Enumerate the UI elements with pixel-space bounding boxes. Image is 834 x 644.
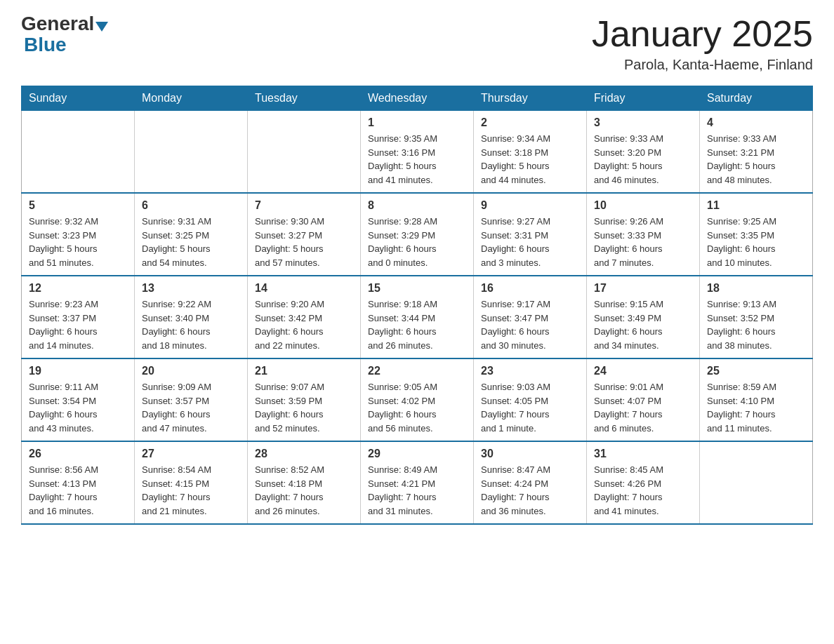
month-title: January 2025 — [592, 14, 813, 54]
calendar-cell: 31Sunrise: 8:45 AMSunset: 4:26 PMDayligh… — [587, 441, 700, 524]
day-info: Sunrise: 8:56 AMSunset: 4:13 PMDaylight:… — [29, 463, 127, 518]
day-info: Sunrise: 9:33 AMSunset: 3:20 PMDaylight:… — [594, 132, 692, 187]
week-row-5: 26Sunrise: 8:56 AMSunset: 4:13 PMDayligh… — [22, 441, 813, 524]
day-number: 7 — [255, 199, 353, 212]
day-info: Sunrise: 9:31 AMSunset: 3:25 PMDaylight:… — [142, 215, 240, 269]
week-row-2: 5Sunrise: 9:32 AMSunset: 3:23 PMDaylight… — [22, 193, 813, 276]
day-number: 11 — [707, 199, 805, 212]
day-number: 20 — [142, 365, 240, 377]
day-info: Sunrise: 8:59 AMSunset: 4:10 PMDaylight:… — [707, 380, 805, 435]
day-info: Sunrise: 8:49 AMSunset: 4:21 PMDaylight:… — [368, 463, 466, 518]
calendar-cell: 20Sunrise: 9:09 AMSunset: 3:57 PMDayligh… — [135, 358, 248, 441]
day-info: Sunrise: 9:07 AMSunset: 3:59 PMDaylight:… — [255, 380, 353, 435]
calendar-cell: 28Sunrise: 8:52 AMSunset: 4:18 PMDayligh… — [248, 441, 361, 524]
day-number: 5 — [29, 199, 127, 212]
calendar-cell — [22, 111, 135, 194]
calendar-cell: 24Sunrise: 9:01 AMSunset: 4:07 PMDayligh… — [587, 358, 700, 441]
day-info: Sunrise: 9:23 AMSunset: 3:37 PMDaylight:… — [29, 297, 127, 352]
calendar-cell — [700, 441, 813, 524]
weekday-header-monday: Monday — [135, 86, 248, 111]
day-info: Sunrise: 9:32 AMSunset: 3:23 PMDaylight:… — [29, 215, 127, 269]
weekday-header-row: SundayMondayTuesdayWednesdayThursdayFrid… — [22, 86, 813, 111]
day-number: 2 — [481, 116, 579, 129]
day-number: 24 — [594, 365, 692, 377]
day-number: 22 — [368, 365, 466, 377]
logo: General Blue — [21, 14, 110, 56]
calendar-cell: 6Sunrise: 9:31 AMSunset: 3:25 PMDaylight… — [135, 193, 248, 276]
day-info: Sunrise: 9:13 AMSunset: 3:52 PMDaylight:… — [707, 297, 805, 352]
day-number: 17 — [594, 282, 692, 295]
calendar-cell — [135, 111, 248, 194]
calendar-cell: 3Sunrise: 9:33 AMSunset: 3:20 PMDaylight… — [587, 111, 700, 194]
day-info: Sunrise: 9:17 AMSunset: 3:47 PMDaylight:… — [481, 297, 579, 352]
weekday-header-sunday: Sunday — [22, 86, 135, 111]
day-number: 1 — [368, 116, 466, 129]
day-number: 14 — [255, 282, 353, 295]
day-info: Sunrise: 9:03 AMSunset: 4:05 PMDaylight:… — [481, 380, 579, 435]
day-info: Sunrise: 9:09 AMSunset: 3:57 PMDaylight:… — [142, 380, 240, 435]
day-info: Sunrise: 9:05 AMSunset: 4:02 PMDaylight:… — [368, 380, 466, 435]
calendar-cell — [248, 111, 361, 194]
day-number: 4 — [707, 116, 805, 129]
calendar-cell: 29Sunrise: 8:49 AMSunset: 4:21 PMDayligh… — [361, 441, 474, 524]
weekday-header-tuesday: Tuesday — [248, 86, 361, 111]
calendar-cell: 15Sunrise: 9:18 AMSunset: 3:44 PMDayligh… — [361, 276, 474, 358]
day-info: Sunrise: 9:33 AMSunset: 3:21 PMDaylight:… — [707, 132, 805, 187]
week-row-1: 1Sunrise: 9:35 AMSunset: 3:16 PMDaylight… — [22, 111, 813, 194]
day-number: 6 — [142, 199, 240, 212]
day-info: Sunrise: 9:11 AMSunset: 3:54 PMDaylight:… — [29, 380, 127, 435]
weekday-header-wednesday: Wednesday — [361, 86, 474, 111]
day-number: 30 — [481, 448, 579, 460]
day-number: 31 — [594, 448, 692, 460]
day-number: 8 — [368, 199, 466, 212]
day-number: 18 — [707, 282, 805, 295]
day-info: Sunrise: 9:30 AMSunset: 3:27 PMDaylight:… — [255, 215, 353, 269]
calendar-cell: 13Sunrise: 9:22 AMSunset: 3:40 PMDayligh… — [135, 276, 248, 358]
day-info: Sunrise: 8:45 AMSunset: 4:26 PMDaylight:… — [594, 463, 692, 518]
day-info: Sunrise: 8:52 AMSunset: 4:18 PMDaylight:… — [255, 463, 353, 518]
calendar-cell: 14Sunrise: 9:20 AMSunset: 3:42 PMDayligh… — [248, 276, 361, 358]
calendar-cell: 10Sunrise: 9:26 AMSunset: 3:33 PMDayligh… — [587, 193, 700, 276]
day-number: 12 — [29, 282, 127, 295]
weekday-header-friday: Friday — [587, 86, 700, 111]
day-number: 28 — [255, 448, 353, 460]
day-number: 27 — [142, 448, 240, 460]
calendar-cell: 21Sunrise: 9:07 AMSunset: 3:59 PMDayligh… — [248, 358, 361, 441]
day-number: 9 — [481, 199, 579, 212]
calendar-cell: 26Sunrise: 8:56 AMSunset: 4:13 PMDayligh… — [22, 441, 135, 524]
calendar-cell: 30Sunrise: 8:47 AMSunset: 4:24 PMDayligh… — [474, 441, 587, 524]
day-number: 13 — [142, 282, 240, 295]
calendar-cell: 4Sunrise: 9:33 AMSunset: 3:21 PMDaylight… — [700, 111, 813, 194]
header: General Blue January 2025 Parola, Kanta-… — [21, 14, 813, 73]
day-info: Sunrise: 9:22 AMSunset: 3:40 PMDaylight:… — [142, 297, 240, 352]
day-info: Sunrise: 9:15 AMSunset: 3:49 PMDaylight:… — [594, 297, 692, 352]
week-row-4: 19Sunrise: 9:11 AMSunset: 3:54 PMDayligh… — [22, 358, 813, 441]
calendar-cell: 1Sunrise: 9:35 AMSunset: 3:16 PMDaylight… — [361, 111, 474, 194]
logo-blue-text: Blue — [24, 34, 67, 55]
calendar-cell: 7Sunrise: 9:30 AMSunset: 3:27 PMDaylight… — [248, 193, 361, 276]
title-section: January 2025 Parola, Kanta-Haeme, Finlan… — [592, 14, 813, 73]
location: Parola, Kanta-Haeme, Finland — [592, 57, 813, 73]
logo-triangle-icon — [95, 22, 108, 32]
day-number: 26 — [29, 448, 127, 460]
day-number: 15 — [368, 282, 466, 295]
logo-general-text: General — [21, 14, 94, 34]
calendar-cell: 12Sunrise: 9:23 AMSunset: 3:37 PMDayligh… — [22, 276, 135, 358]
calendar-cell: 8Sunrise: 9:28 AMSunset: 3:29 PMDaylight… — [361, 193, 474, 276]
calendar-cell: 16Sunrise: 9:17 AMSunset: 3:47 PMDayligh… — [474, 276, 587, 358]
day-number: 23 — [481, 365, 579, 377]
day-number: 25 — [707, 365, 805, 377]
calendar-cell: 9Sunrise: 9:27 AMSunset: 3:31 PMDaylight… — [474, 193, 587, 276]
day-info: Sunrise: 9:20 AMSunset: 3:42 PMDaylight:… — [255, 297, 353, 352]
weekday-header-thursday: Thursday — [474, 86, 587, 111]
calendar-cell: 2Sunrise: 9:34 AMSunset: 3:18 PMDaylight… — [474, 111, 587, 194]
calendar-cell: 18Sunrise: 9:13 AMSunset: 3:52 PMDayligh… — [700, 276, 813, 358]
calendar: SundayMondayTuesdayWednesdayThursdayFrid… — [21, 86, 813, 525]
day-number: 21 — [255, 365, 353, 377]
day-info: Sunrise: 9:35 AMSunset: 3:16 PMDaylight:… — [368, 132, 466, 187]
day-info: Sunrise: 9:18 AMSunset: 3:44 PMDaylight:… — [368, 297, 466, 352]
day-number: 10 — [594, 199, 692, 212]
calendar-cell: 17Sunrise: 9:15 AMSunset: 3:49 PMDayligh… — [587, 276, 700, 358]
day-info: Sunrise: 9:34 AMSunset: 3:18 PMDaylight:… — [481, 132, 579, 187]
calendar-cell: 19Sunrise: 9:11 AMSunset: 3:54 PMDayligh… — [22, 358, 135, 441]
